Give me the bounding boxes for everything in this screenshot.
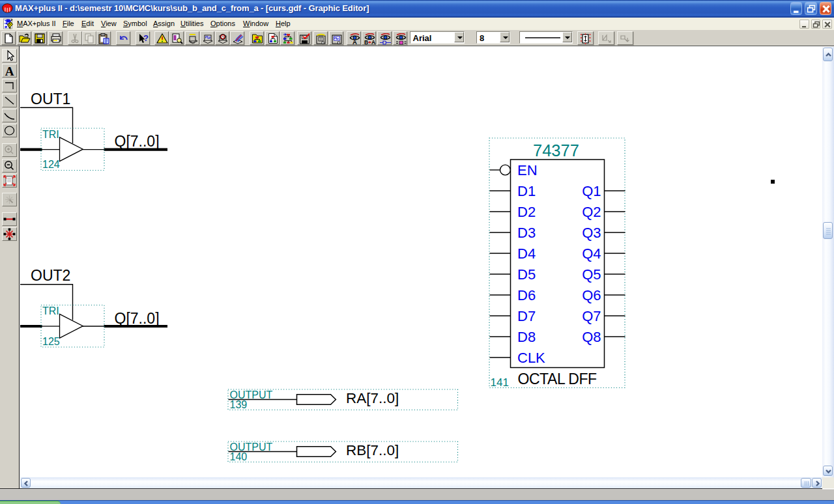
svg-text:Q8: Q8 [582,329,601,345]
svg-text:D7: D7 [517,308,536,324]
svg-text:Q2: Q2 [582,204,601,220]
svg-text:D1: D1 [517,183,536,199]
svg-text:Q5: Q5 [582,266,601,283]
svg-text:D6: D6 [517,287,536,303]
svg-text:124: 124 [42,159,60,170]
svg-text:Q6: Q6 [582,287,601,303]
svg-text:EN: EN [517,162,538,178]
svg-text:TRI: TRI [42,129,59,140]
svg-text:D3: D3 [517,225,536,241]
svg-text:D4: D4 [517,245,536,262]
svg-text:TRI: TRI [42,305,59,316]
svg-text:A: A [352,38,357,45]
svg-text:Q4: Q4 [582,245,601,262]
svg-text:Q1: Q1 [582,183,601,199]
svg-text:141: 141 [491,376,509,389]
svg-text:CLK: CLK [517,350,545,366]
svg-text:OUT2: OUT2 [31,267,70,284]
svg-text:?: ? [143,33,149,43]
svg-text:RB[7..0]: RB[7..0] [346,442,399,458]
svg-text:Q3: Q3 [582,225,601,241]
svg-text:OCTAL DFF: OCTAL DFF [518,371,597,387]
svg-text:D2: D2 [517,204,536,220]
svg-text:139: 139 [230,399,248,410]
svg-text:A: A [5,64,14,77]
svg-text:Q[7..0]: Q[7..0] [115,310,160,327]
svg-text:74377: 74377 [533,141,579,160]
svg-text:D8: D8 [517,329,536,345]
svg-text:125: 125 [42,336,60,347]
svg-text:D5: D5 [517,266,536,283]
svg-text:RA[7..0]: RA[7..0] [346,390,399,406]
svg-text:Q7: Q7 [582,308,601,324]
svg-text:Q[7..0]: Q[7..0] [115,133,160,150]
svg-text:B: B [364,39,368,45]
svg-text:140: 140 [230,451,248,462]
svg-text:OUT1: OUT1 [31,91,70,107]
svg-text:A: A [371,39,375,45]
